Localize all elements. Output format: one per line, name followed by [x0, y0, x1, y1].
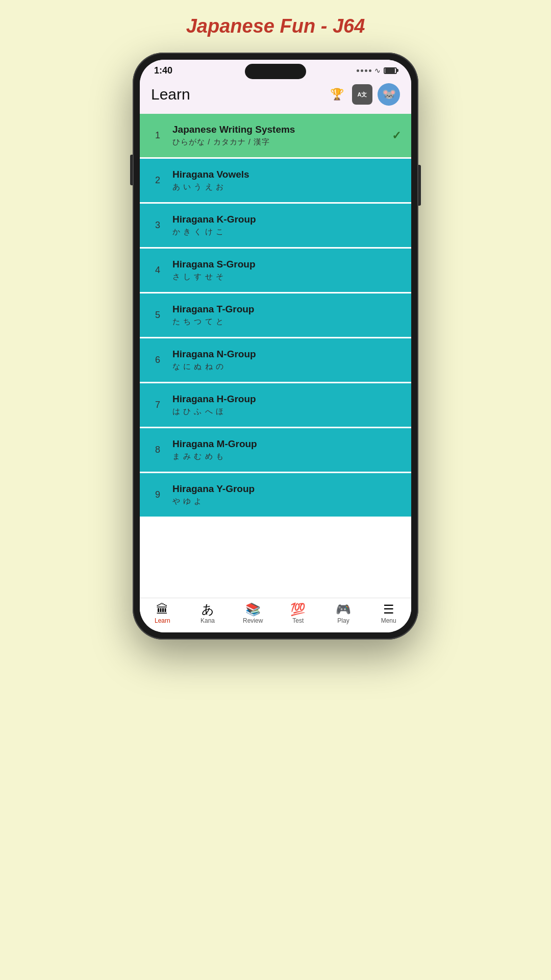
lesson-content: Hiragana Y-Group や ゆ よ — [172, 483, 401, 506]
nav-item-play[interactable]: 🎮 Play — [321, 603, 366, 624]
lesson-content: Japanese Writing Systems ひらがな / カタカナ / 漢… — [172, 124, 392, 147]
status-time: 1:40 — [154, 65, 172, 76]
lesson-title: Hiragana Y-Group — [172, 483, 401, 495]
trophy-button[interactable]: 🏆 — [327, 84, 347, 105]
lesson-item[interactable]: 3 Hiragana K-Group か き く け こ — [140, 204, 411, 249]
nav-item-review[interactable]: 📚 Review — [230, 603, 276, 624]
lesson-title: Hiragana K-Group — [172, 214, 401, 225]
review-nav-icon: 📚 — [245, 603, 261, 616]
signal-icon — [357, 69, 371, 72]
page-title: Japanese Fun - J64 — [186, 15, 365, 37]
lesson-subtitle: な に ぬ ね の — [172, 362, 401, 372]
lesson-content: Hiragana H-Group は ひ ふ へ ほ — [172, 394, 401, 416]
lesson-number: 6 — [150, 355, 165, 365]
lesson-item[interactable]: 4 Hiragana S-Group さ し す せ そ — [140, 249, 411, 293]
lesson-content: Hiragana N-Group な に ぬ ね の — [172, 349, 401, 372]
lesson-number: 9 — [150, 489, 165, 500]
lesson-content: Hiragana Vowels あ い う え お — [172, 169, 401, 192]
kana-nav-icon: あ — [202, 603, 214, 616]
play-nav-icon: 🎮 — [336, 603, 351, 616]
play-nav-label: Play — [337, 617, 349, 624]
nav-item-kana[interactable]: あ Kana — [185, 603, 231, 624]
lesson-content: Hiragana T-Group た ち つ て と — [172, 304, 401, 327]
lesson-item[interactable]: 6 Hiragana N-Group な に ぬ ね の — [140, 338, 411, 383]
bottom-nav: 🏛 Learn あ Kana 📚 Review 💯 Test 🎮 Play ☰ … — [140, 598, 411, 632]
lesson-item[interactable]: 2 Hiragana Vowels あ い う え お — [140, 159, 411, 204]
lesson-content: Hiragana S-Group さ し す せ そ — [172, 259, 401, 282]
lesson-item[interactable]: 8 Hiragana M-Group ま み む め も — [140, 428, 411, 473]
dynamic-island — [245, 64, 306, 79]
nav-item-test[interactable]: 💯 Test — [276, 603, 321, 624]
lesson-subtitle: ひらがな / カタカナ / 漢字 — [172, 137, 392, 147]
nav-item-learn[interactable]: 🏛 Learn — [140, 603, 185, 624]
lesson-title: Hiragana T-Group — [172, 304, 401, 315]
lesson-number: 5 — [150, 310, 165, 321]
avatar-icon: 🐭 — [382, 88, 396, 101]
lesson-content: Hiragana K-Group か き く け こ — [172, 214, 401, 237]
lesson-title: Hiragana S-Group — [172, 259, 401, 270]
lessons-list: 1 Japanese Writing Systems ひらがな / カタカナ /… — [140, 114, 411, 598]
lesson-number: 7 — [150, 400, 165, 410]
lesson-content: Hiragana M-Group ま み む め も — [172, 438, 401, 461]
lesson-title: Hiragana M-Group — [172, 438, 401, 450]
kana-nav-label: Kana — [201, 617, 215, 624]
menu-nav-label: Menu — [381, 617, 396, 624]
lesson-subtitle: か き く け こ — [172, 227, 401, 237]
battery-icon — [384, 67, 397, 74]
learn-nav-label: Learn — [155, 617, 170, 624]
lesson-check-icon: ✓ — [392, 129, 401, 142]
lesson-item[interactable]: 9 Hiragana Y-Group や ゆ よ — [140, 473, 411, 518]
trophy-icon: 🏆 — [330, 88, 344, 101]
translate-icon: A文 — [358, 91, 367, 99]
lesson-number: 1 — [150, 130, 165, 141]
learn-nav-icon: 🏛 — [156, 603, 168, 616]
lesson-title: Hiragana H-Group — [172, 394, 401, 405]
lesson-subtitle: や ゆ よ — [172, 497, 401, 506]
lesson-number: 2 — [150, 175, 165, 186]
lesson-item[interactable]: 7 Hiragana H-Group は ひ ふ へ ほ — [140, 383, 411, 428]
lesson-title: Japanese Writing Systems — [172, 124, 392, 135]
lesson-item[interactable]: 5 Hiragana T-Group た ち つ て と — [140, 293, 411, 338]
app-header: Learn 🏆 A文 🐭 — [140, 79, 411, 114]
test-nav-label: Test — [292, 617, 304, 624]
lesson-subtitle: ま み む め も — [172, 452, 401, 461]
screen-inner: 1:40 ∿ Learn — [140, 60, 411, 632]
header-title: Learn — [151, 86, 190, 103]
status-icons: ∿ — [357, 66, 397, 75]
lesson-subtitle: た ち つ て と — [172, 317, 401, 327]
lesson-number: 4 — [150, 265, 165, 276]
lesson-number: 8 — [150, 445, 165, 455]
header-actions: 🏆 A文 🐭 — [327, 83, 400, 106]
menu-nav-icon: ☰ — [383, 603, 394, 616]
lesson-subtitle: さ し す せ そ — [172, 272, 401, 282]
test-nav-icon: 💯 — [290, 603, 306, 616]
lesson-title: Hiragana N-Group — [172, 349, 401, 360]
lesson-subtitle: あ い う え お — [172, 182, 401, 192]
lesson-item[interactable]: 1 Japanese Writing Systems ひらがな / カタカナ /… — [140, 114, 411, 159]
review-nav-label: Review — [243, 617, 263, 624]
nav-item-menu[interactable]: ☰ Menu — [366, 603, 411, 624]
phone-frame: 1:40 ∿ Learn — [133, 53, 418, 640]
avatar-button[interactable]: 🐭 — [378, 83, 400, 106]
translate-button[interactable]: A文 — [352, 84, 372, 105]
lesson-number: 3 — [150, 220, 165, 231]
wifi-icon: ∿ — [374, 66, 381, 75]
lesson-title: Hiragana Vowels — [172, 169, 401, 180]
phone-screen: 1:40 ∿ Learn — [140, 60, 411, 632]
lesson-subtitle: は ひ ふ へ ほ — [172, 407, 401, 416]
